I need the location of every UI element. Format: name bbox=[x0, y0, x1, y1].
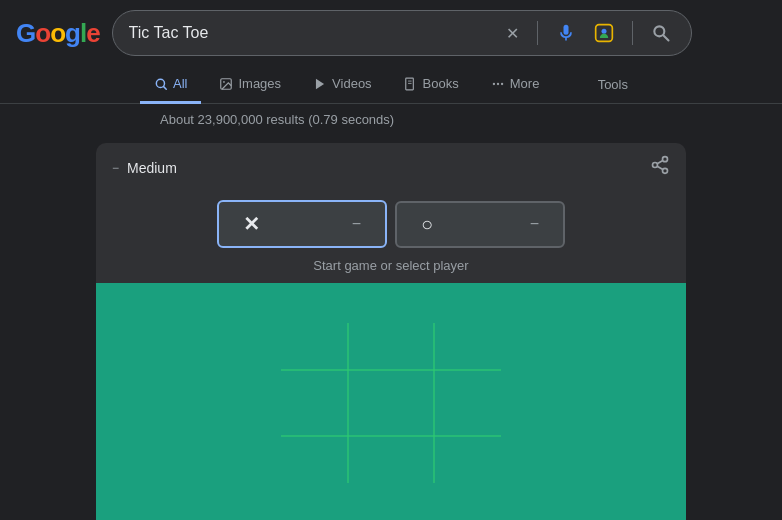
lens-icon bbox=[594, 23, 614, 43]
cell-4[interactable] bbox=[348, 370, 435, 437]
header: Google ✕ bbox=[0, 0, 782, 66]
books-tab-icon bbox=[404, 77, 418, 91]
tab-videos[interactable]: Videos bbox=[299, 66, 386, 104]
google-logo: Google bbox=[16, 18, 100, 49]
search-bar: ✕ bbox=[112, 10, 692, 56]
player-o-score: − bbox=[530, 215, 539, 233]
cell-1[interactable] bbox=[348, 303, 435, 370]
mic-button[interactable] bbox=[552, 19, 580, 47]
svg-point-12 bbox=[493, 82, 495, 84]
svg-rect-9 bbox=[405, 78, 413, 90]
player-x-button[interactable]: ✕ − bbox=[217, 200, 387, 248]
cell-6[interactable] bbox=[261, 436, 348, 503]
tab-books-label: Books bbox=[423, 76, 459, 91]
game-card: − Medium ✕ − ○ − Start game or select pl… bbox=[96, 143, 686, 520]
svg-point-17 bbox=[663, 168, 668, 173]
player-x-score: − bbox=[352, 215, 361, 233]
tab-more[interactable]: More bbox=[477, 66, 554, 104]
search-input[interactable] bbox=[129, 24, 502, 42]
images-tab-icon bbox=[219, 77, 233, 91]
tab-images-label: Images bbox=[238, 76, 281, 91]
all-tab-icon bbox=[154, 77, 168, 91]
svg-point-1 bbox=[601, 29, 606, 34]
cell-5[interactable] bbox=[434, 370, 521, 437]
divider2 bbox=[632, 21, 633, 45]
nav-tabs: All Images Videos Books More Tools bbox=[0, 66, 782, 104]
svg-marker-8 bbox=[316, 78, 324, 89]
share-button[interactable] bbox=[650, 155, 670, 180]
tab-videos-label: Videos bbox=[332, 76, 372, 91]
svg-point-13 bbox=[497, 82, 499, 84]
tab-all-label: All bbox=[173, 76, 187, 91]
svg-point-16 bbox=[653, 163, 658, 168]
cell-8[interactable] bbox=[434, 436, 521, 503]
search-button[interactable] bbox=[647, 19, 675, 47]
player-o-symbol: ○ bbox=[421, 213, 433, 236]
difficulty-arrow: − bbox=[112, 161, 119, 175]
cell-7[interactable] bbox=[348, 436, 435, 503]
svg-line-19 bbox=[657, 160, 663, 163]
tab-all[interactable]: All bbox=[140, 66, 201, 104]
cell-3[interactable] bbox=[261, 370, 348, 437]
game-header: − Medium bbox=[96, 143, 686, 192]
difficulty-label: Medium bbox=[127, 160, 177, 176]
player-selection: ✕ − ○ − bbox=[96, 192, 686, 252]
player-x-symbol: ✕ bbox=[243, 212, 260, 236]
clear-button[interactable]: ✕ bbox=[502, 20, 523, 47]
cell-2[interactable] bbox=[434, 303, 521, 370]
svg-line-18 bbox=[657, 166, 663, 169]
svg-point-7 bbox=[224, 81, 226, 83]
start-text: Start game or select player bbox=[96, 252, 686, 283]
player-o-button[interactable]: ○ − bbox=[395, 201, 565, 248]
videos-tab-icon bbox=[313, 77, 327, 91]
search-icon bbox=[651, 23, 671, 43]
tab-more-label: More bbox=[510, 76, 540, 91]
svg-point-14 bbox=[501, 82, 503, 84]
share-icon bbox=[650, 155, 670, 175]
game-board bbox=[261, 303, 521, 503]
search-icons: ✕ bbox=[502, 19, 675, 47]
svg-line-3 bbox=[663, 36, 668, 41]
svg-point-15 bbox=[663, 157, 668, 162]
results-info: About 23,900,000 results (0.79 seconds) bbox=[0, 104, 782, 135]
lens-button[interactable] bbox=[590, 19, 618, 47]
tab-images[interactable]: Images bbox=[205, 66, 295, 104]
difficulty-section: − Medium bbox=[112, 160, 177, 176]
divider bbox=[537, 21, 538, 45]
more-tab-icon bbox=[491, 77, 505, 91]
game-board-container bbox=[96, 283, 686, 520]
svg-line-5 bbox=[164, 86, 167, 89]
cell-0[interactable] bbox=[261, 303, 348, 370]
tab-books[interactable]: Books bbox=[390, 66, 473, 104]
mic-icon bbox=[556, 23, 576, 43]
tools-button[interactable]: Tools bbox=[584, 67, 642, 102]
